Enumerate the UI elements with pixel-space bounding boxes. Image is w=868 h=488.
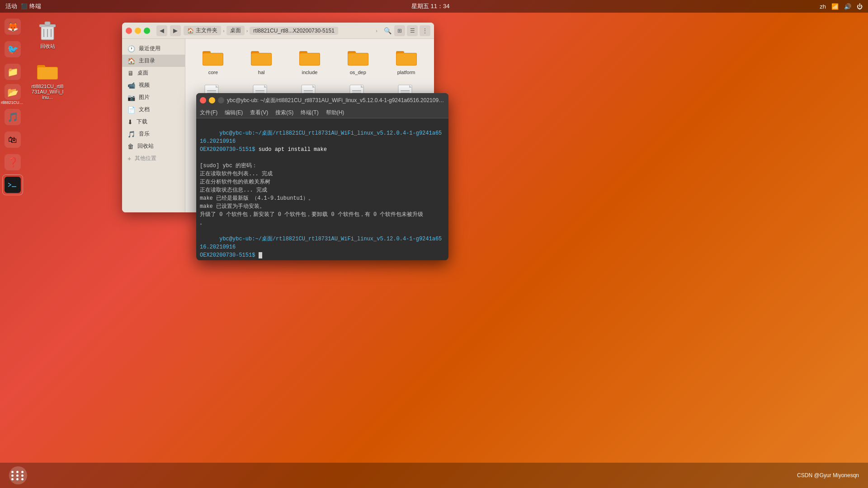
terminal-title: ybc@ybc-ub: ~/桌面/rtl8821CU_rtl8731AU_WiF… xyxy=(227,97,445,104)
svg-rect-19 xyxy=(300,53,320,65)
music-icon: 🎵 xyxy=(127,131,135,138)
fm-maximize-button[interactable] xyxy=(144,28,150,34)
dock-item-firefox[interactable]: 🦊 xyxy=(2,16,23,37)
sidebar-item-other[interactable]: + 其他位置 xyxy=(122,152,185,164)
activity-label[interactable]: 活动 xyxy=(5,2,17,10)
taskbar-right: zh 📶 🔊 ⏻ xyxy=(820,3,863,10)
file-item-core[interactable]: core xyxy=(191,44,236,78)
fm-path-sep-2: › xyxy=(246,28,248,33)
dock-item-thunderbird[interactable]: 🐦 xyxy=(2,39,23,60)
sidebar-item-home[interactable]: 🏠 主目录 xyxy=(122,55,185,67)
svg-rect-13 xyxy=(203,53,223,65)
fm-path-bar: 🏠 主文件夹 › 桌面 › rtl8821CU_rtl8...X20200730… xyxy=(184,26,373,35)
fm-list-view-button[interactable]: ☰ xyxy=(407,25,418,36)
folder-icon-core xyxy=(202,47,224,69)
fm-search-icon[interactable]: 🔍 xyxy=(384,27,392,34)
sidebar-item-trash[interactable]: 🗑 回收站 xyxy=(122,140,185,152)
dock-item-rhythmbox[interactable]: 🎵 xyxy=(2,107,23,127)
pictures-icon: 📷 xyxy=(127,94,135,101)
terminal-menu-edit[interactable]: 编辑(E) xyxy=(225,109,243,117)
terminal-titlebar: ybc@ybc-ub: ~/桌面/rtl8821CU_rtl8731AU_WiF… xyxy=(196,93,448,108)
sidebar-item-desktop[interactable]: 🖥 桌面 xyxy=(122,67,185,79)
terminal-line-1: ybc@ybc-ub:~/桌面/rtl8821CU_rtl8731AU_WiFi… xyxy=(200,121,445,162)
show-apps-button[interactable] xyxy=(9,466,27,484)
terminal-close-button[interactable] xyxy=(200,97,206,103)
terminal-menu: 文件(F) 编辑(E) 查看(V) 搜索(S) 终端(T) 帮助(H) xyxy=(196,108,448,118)
fm-path-current-button[interactable]: rtl8821CU_rtl8...X20200730-5151 xyxy=(250,27,338,35)
volume-icon[interactable]: 🔊 xyxy=(844,3,851,10)
folder-icon-platform xyxy=(396,47,417,69)
folder-icon-hal xyxy=(250,47,272,69)
dock-item-folder-rtl[interactable]: 📂 rtl8821CU_rtl8731AU_WiFi_linu... xyxy=(2,84,23,105)
fm-menu-button[interactable]: ⋮ xyxy=(420,25,430,36)
sidebar-item-pictures[interactable]: 📷 图片 xyxy=(122,91,185,103)
trash-icon-label: 回收站 xyxy=(40,43,55,50)
file-item-platform[interactable]: platform xyxy=(384,44,429,78)
rtl-folder-label: rtl8821CU_rtl8731AU_WiFi_linu... xyxy=(31,84,64,100)
terminal-line-2: [sudo] ybc 的密码： xyxy=(200,162,445,170)
sidebar-item-recent[interactable]: 🕐 最近使用 xyxy=(122,42,185,55)
file-name-include: include xyxy=(302,70,318,75)
dock-item-terminal[interactable] xyxy=(2,174,23,195)
dock-item-ubuntu-software[interactable]: 🛍 xyxy=(2,129,23,150)
apps-grid-icon xyxy=(11,471,25,480)
fm-path-desktop-button[interactable]: 桌面 xyxy=(226,26,245,35)
fm-forward-button[interactable]: ▶ xyxy=(170,25,181,36)
terminal-menu-file[interactable]: 文件(F) xyxy=(200,109,217,117)
fm-path-arrow: › xyxy=(376,28,377,33)
sidebar-item-videos[interactable]: 📹 视频 xyxy=(122,79,185,91)
fm-navigation: ◀ ▶ 🏠 主文件夹 › 桌面 › rtl8821CU_rtl8...X2020… xyxy=(156,25,377,36)
desktop-icon-trash[interactable]: 回收站 xyxy=(29,18,66,52)
application-dock: 🦊 🐦 📁 📂 rtl8821CU_rtl8731AU_WiFi_linu...… xyxy=(0,13,25,463)
dock-item-help[interactable]: ❓ xyxy=(2,152,23,173)
dock-item-files[interactable]: 📁 xyxy=(2,61,23,82)
terminal-menu-terminal[interactable]: 终端(T) xyxy=(301,109,318,117)
desktop-icons-area: 回收站 rtl8821CU_rtl8731AU_WiFi_linu... xyxy=(29,18,66,102)
svg-rect-22 xyxy=(348,53,368,65)
terminal-content[interactable]: ybc@ybc-ub:~/桌面/rtl8821CU_rtl8731AU_WiFi… xyxy=(196,118,448,260)
fm-path-home-button[interactable]: 🏠 主文件夹 xyxy=(184,26,221,35)
fm-close-button[interactable] xyxy=(126,28,132,34)
watermark: CSDN @Gyur Miyonesqn xyxy=(797,472,859,479)
terminal-line-6: make 已经是最新版 （4.1-9.1ubuntu1）。 xyxy=(200,194,445,202)
file-item-include[interactable]: include xyxy=(288,44,332,78)
file-manager-titlebar: ◀ ▶ 🏠 主文件夹 › 桌面 › rtl8821CU_rtl8...X2020… xyxy=(122,23,434,39)
svg-rect-4 xyxy=(45,22,50,25)
bottom-taskbar: CSDN @Gyur Miyonesqn xyxy=(0,463,868,488)
terminal-line-8: 升级了 0 个软件包，新安装了 0 个软件包，要卸载 0 个软件包，有 0 个软… xyxy=(200,211,445,227)
bottom-bar-left xyxy=(9,466,27,484)
recent-icon: 🕐 xyxy=(127,45,135,52)
fm-back-button[interactable]: ◀ xyxy=(156,25,167,36)
terminal-menu-search[interactable]: 搜索(S) xyxy=(275,109,293,117)
sidebar-item-music[interactable]: 🎵 音乐 xyxy=(122,128,185,140)
terminal-line-3: 正在读取软件包列表... 完成 xyxy=(200,170,445,178)
file-manager-sidebar: 🕐 最近使用 🏠 主目录 🖥 桌面 📹 视频 📷 图片 📄 文档 xyxy=(122,39,185,212)
folder-icon-include xyxy=(299,47,321,69)
terminal-minimize-button[interactable] xyxy=(209,97,215,103)
top-taskbar: 活动 ⬛ 终端 星期五 11：34 zh 📶 🔊 ⏻ xyxy=(0,0,868,13)
sidebar-item-downloads[interactable]: ⬇ 下载 xyxy=(122,116,185,128)
desktop-icon-sidebar: 🖥 xyxy=(127,70,134,77)
power-icon[interactable]: ⏻ xyxy=(857,3,863,10)
file-item-os-dep[interactable]: os_dep xyxy=(335,44,380,78)
sidebar-item-documents[interactable]: 📄 文档 xyxy=(122,103,185,116)
file-name-hal: hal xyxy=(258,70,265,75)
file-name-platform: platform xyxy=(397,70,415,75)
folder-icon-os-dep xyxy=(347,47,369,69)
datetime-display: 星期五 11：34 xyxy=(411,2,450,10)
trash-sidebar-icon: 🗑 xyxy=(127,143,134,150)
file-item-hal[interactable]: hal xyxy=(239,44,284,78)
home-icon: 🏠 xyxy=(127,57,135,65)
desktop-icon-rtl-folder[interactable]: rtl8821CU_rtl8731AU_WiFi_linu... xyxy=(29,59,66,102)
svg-rect-16 xyxy=(251,53,271,65)
terminal-menu-view[interactable]: 查看(V) xyxy=(250,109,268,117)
terminal-maximize-button[interactable] xyxy=(218,97,224,103)
lang-indicator[interactable]: zh xyxy=(820,3,826,10)
terminal-indicator: ⬛ 终端 xyxy=(21,2,41,10)
terminal-menu-help[interactable]: 帮助(H) xyxy=(326,109,344,117)
documents-icon: 📄 xyxy=(127,106,135,113)
fm-grid-view-button[interactable]: ⊞ xyxy=(394,25,405,36)
terminal-line-4: 正在分析软件包的依赖关系树 xyxy=(200,178,445,186)
fm-minimize-button[interactable] xyxy=(135,28,141,34)
wifi-icon[interactable]: 📶 xyxy=(831,3,839,10)
